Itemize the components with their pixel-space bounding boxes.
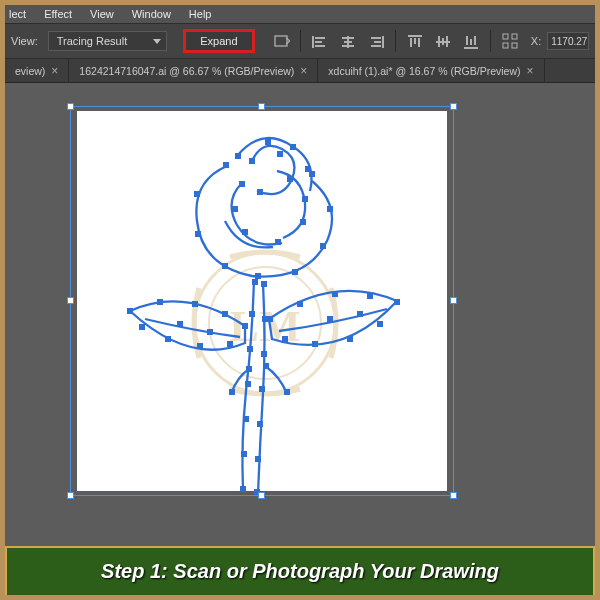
align-bottom-icon[interactable] [460, 31, 482, 51]
resize-handle-s[interactable] [258, 492, 265, 499]
menu-help[interactable]: Help [189, 8, 212, 20]
tab-document-2[interactable]: xdcuihf (1).ai* @ 16.67 % (RGB/Preview)× [318, 59, 544, 83]
resize-handle-w[interactable] [67, 297, 74, 304]
resize-handle-n[interactable] [258, 103, 265, 110]
align-right-icon[interactable] [365, 31, 387, 51]
close-icon[interactable]: × [300, 64, 307, 78]
transform-icon[interactable] [499, 31, 521, 51]
svg-rect-4 [512, 43, 517, 48]
resize-handle-sw[interactable] [67, 492, 74, 499]
menu-view[interactable]: View [90, 8, 114, 20]
close-icon[interactable]: × [526, 64, 533, 78]
canvas-area[interactable]: LM [5, 83, 595, 546]
align-center-v-icon[interactable] [432, 31, 454, 51]
tab-label: eview) [15, 65, 45, 77]
resize-handle-ne[interactable] [450, 103, 457, 110]
tab-label: 1624214716047.ai @ 66.67 % (RGB/Preview) [79, 65, 294, 77]
menu-select[interactable]: lect [9, 8, 26, 20]
caption-text: Step 1: Scan or Photograph Your Drawing [101, 560, 499, 583]
align-left-icon[interactable] [309, 31, 331, 51]
svg-rect-2 [512, 34, 517, 39]
svg-rect-3 [503, 43, 508, 48]
expand-button[interactable]: Expand [183, 29, 254, 53]
vectorize-icon[interactable] [271, 31, 293, 51]
menu-bar: lect Effect View Window Help [5, 5, 595, 23]
resize-handle-se[interactable] [450, 492, 457, 499]
tab-preview[interactable]: eview)× [5, 59, 69, 83]
x-coord-input[interactable]: 1170.27 [547, 32, 589, 50]
tab-document-1[interactable]: 1624214716047.ai @ 66.67 % (RGB/Preview)… [69, 59, 318, 83]
view-label: View: [11, 35, 38, 47]
menu-effect[interactable]: Effect [44, 8, 72, 20]
control-toolbar: View: Tracing Result Expand X: 1170.27 [5, 23, 595, 59]
align-top-icon[interactable] [404, 31, 426, 51]
view-dropdown[interactable]: Tracing Result [48, 31, 168, 51]
resize-handle-nw[interactable] [67, 103, 74, 110]
svg-rect-1 [503, 34, 508, 39]
caption-bar: Step 1: Scan or Photograph Your Drawing [5, 546, 595, 595]
tab-label: xdcuihf (1).ai* @ 16.67 % (RGB/Preview) [328, 65, 520, 77]
x-coord-label: X: [531, 35, 541, 47]
document-tabs: eview)× 1624214716047.ai @ 66.67 % (RGB/… [5, 59, 595, 83]
close-icon[interactable]: × [51, 64, 58, 78]
align-center-h-icon[interactable] [337, 31, 359, 51]
selection-bounding-box[interactable] [70, 106, 454, 496]
resize-handle-e[interactable] [450, 297, 457, 304]
menu-window[interactable]: Window [132, 8, 171, 20]
svg-rect-0 [275, 36, 287, 46]
